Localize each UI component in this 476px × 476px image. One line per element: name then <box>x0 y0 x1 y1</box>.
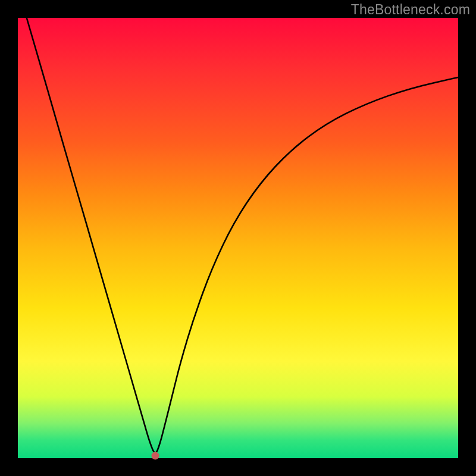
watermark-text: TheBottleneck.com <box>351 2 470 18</box>
plot-area <box>18 18 458 458</box>
chart-container: TheBottleneck.com <box>0 0 476 476</box>
optimum-marker <box>151 452 159 459</box>
bottleneck-curve <box>18 18 458 458</box>
curve-path <box>27 18 458 453</box>
